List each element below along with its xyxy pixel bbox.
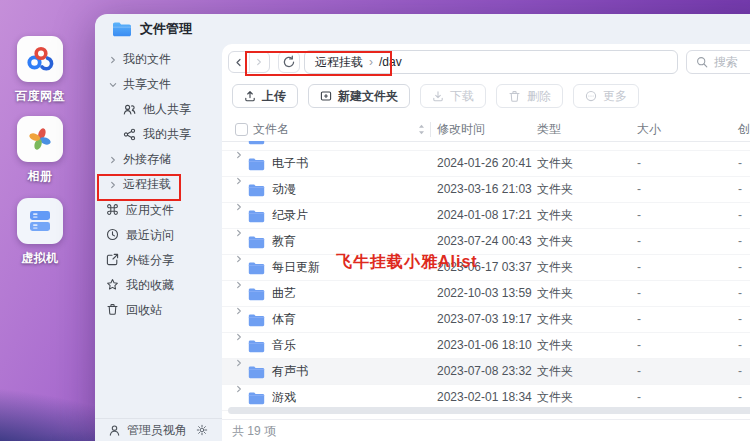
sidebar-item-recycle-bin[interactable]: 回收站: [95, 297, 162, 322]
file-type: 文件夹: [537, 177, 573, 202]
chevron-left-icon: [234, 58, 243, 67]
sidebar-item-external-share[interactable]: 外链分享: [95, 247, 174, 272]
file-size: -: [637, 151, 641, 176]
table-row[interactable]: 每日更新2023-06-17 03:37文件夹--: [222, 255, 750, 281]
clock-icon: [106, 228, 119, 241]
modified-time: 2024-01-08 17:21: [437, 203, 532, 228]
sidebar-item-label: 共享文件: [123, 76, 171, 93]
row-expand-icon[interactable]: [235, 281, 243, 289]
table-row[interactable]: 有声书2023-07-08 23:32文件夹--: [222, 359, 750, 385]
desktop-shortcut-baidu-netdisk[interactable]: 百度网盘: [1, 36, 79, 105]
chevron-right-icon: [109, 56, 117, 64]
column-header-size[interactable]: 大小: [637, 118, 661, 141]
button-label: 下载: [450, 88, 474, 105]
sidebar-item-my-shared[interactable]: 我的共享: [95, 122, 222, 147]
sidebar-item-favorites[interactable]: 我的收藏: [95, 272, 174, 297]
file-name: 纪录片: [272, 203, 308, 228]
sidebar-item-external-storage[interactable]: 外接存储: [95, 147, 222, 172]
folder-icon: [248, 141, 265, 145]
column-header-name[interactable]: 文件名: [253, 118, 289, 141]
search-placeholder: 搜索: [714, 54, 738, 71]
admin-view-label: 管理员视角: [127, 422, 187, 439]
annotation-box-breadcrumb: [245, 51, 392, 76]
folder-icon: [248, 287, 265, 301]
sidebar-item-recent[interactable]: 最近访问: [95, 222, 174, 247]
trash-icon: [508, 90, 521, 103]
new-folder-button[interactable]: 新建文件夹: [308, 84, 410, 108]
file-size: -: [637, 333, 641, 358]
row-expand-icon[interactable]: [235, 359, 243, 367]
file-type: 文件夹: [537, 255, 573, 280]
modified-time: 2022-10-03 13:59: [437, 281, 532, 306]
row-expand-icon[interactable]: [235, 229, 243, 237]
table-row[interactable]: 教育2023-07-24 00:43文件夹--: [222, 229, 750, 255]
upload-button[interactable]: 上传: [232, 84, 298, 108]
folder-icon: [248, 261, 265, 275]
file-type: 文件夹: [537, 307, 573, 332]
file-size: -: [637, 203, 641, 228]
folder-icon: [248, 157, 265, 171]
file-size: -: [637, 281, 641, 306]
download-icon: [432, 90, 444, 102]
download-button[interactable]: 下载: [420, 84, 486, 108]
annotation-box-remote-mount: [97, 174, 181, 201]
row-expand-icon[interactable]: [235, 255, 243, 263]
table-body: 电子书2024-01-26 20:41文件夹--动漫2023-03-16 21:…: [222, 141, 750, 413]
annotation-text: 飞牛挂载小雅Alist: [336, 252, 478, 273]
row-expand-icon[interactable]: [235, 203, 243, 211]
window-title: 文件管理: [140, 20, 192, 38]
row-expand-icon[interactable]: [235, 333, 243, 341]
table-row[interactable]: 体育2023-07-03 19:17文件夹--: [222, 307, 750, 333]
folder-icon: [248, 391, 265, 405]
table-row[interactable]: 动漫2023-03-16 21:03文件夹--: [222, 177, 750, 203]
file-type: 文件夹: [537, 203, 573, 228]
table-row[interactable]: 电子书2024-01-26 20:41文件夹--: [222, 151, 750, 177]
row-expand-icon[interactable]: [235, 307, 243, 315]
column-header-modified[interactable]: 修改时间: [437, 118, 485, 141]
more-button[interactable]: 更多: [573, 84, 639, 108]
search-input[interactable]: 搜索: [686, 50, 750, 74]
table-row-partial[interactable]: [222, 141, 750, 151]
horizontal-scrollbar[interactable]: [228, 407, 750, 414]
button-label: 删除: [527, 88, 551, 105]
desktop-shortcut-virtual-machine[interactable]: 虚拟机: [1, 198, 79, 267]
sort-icon[interactable]: [418, 124, 425, 135]
desktop-shortcut-photos[interactable]: 相册: [1, 116, 79, 185]
sidebar-item-label: 我的共享: [143, 126, 191, 143]
window-title-bar: 文件管理: [112, 20, 192, 38]
column-header-type[interactable]: 类型: [537, 118, 561, 141]
shortcut-label: 虚拟机: [21, 250, 59, 267]
table-row[interactable]: 纪录片2024-01-08 17:21文件夹--: [222, 203, 750, 229]
file-type: 文件夹: [537, 359, 573, 384]
sidebar-item-others-shared[interactable]: 他人共享: [95, 97, 222, 122]
row-expand-icon[interactable]: [235, 385, 243, 393]
row-expand-icon[interactable]: [235, 151, 243, 159]
content-panel: 远程挂载 › /dav 搜索 上传新建文件夹下载删除更多 文件名 修改时间 类型…: [222, 44, 750, 441]
file-size: -: [637, 359, 641, 384]
folder-icon: [248, 183, 265, 197]
sidebar-item-shared-files[interactable]: 共享文件: [95, 72, 222, 97]
modified-time: 2023-01-06 18:10: [437, 333, 532, 358]
sidebar-footer: 管理员视角: [95, 418, 235, 441]
people-icon: [123, 103, 136, 116]
table-row[interactable]: 曲艺2022-10-03 13:59文件夹--: [222, 281, 750, 307]
chevron-right-icon: [109, 156, 117, 164]
file-size: -: [637, 255, 641, 280]
star-icon: [106, 278, 119, 291]
trash-icon: [106, 303, 119, 316]
table-row[interactable]: 音乐2023-01-06 18:10文件夹--: [222, 333, 750, 359]
modified-time: 2023-03-16 21:03: [437, 177, 532, 202]
app-folder-icon: [112, 21, 132, 38]
delete-button[interactable]: 删除: [496, 84, 563, 108]
external-link-icon: [106, 253, 119, 266]
folder-icon: [248, 365, 265, 379]
select-all-checkbox[interactable]: [235, 123, 248, 136]
folder-icon: [248, 339, 265, 353]
column-header-created[interactable]: 创建时间: [738, 118, 750, 141]
virtual-machine-icon: [17, 198, 63, 244]
sidebar-item-my-files[interactable]: 我的文件: [95, 47, 222, 72]
folder-icon: [248, 235, 265, 249]
gear-icon[interactable]: [196, 424, 208, 436]
row-expand-icon[interactable]: [235, 177, 243, 185]
shortcut-label: 相册: [28, 168, 53, 185]
